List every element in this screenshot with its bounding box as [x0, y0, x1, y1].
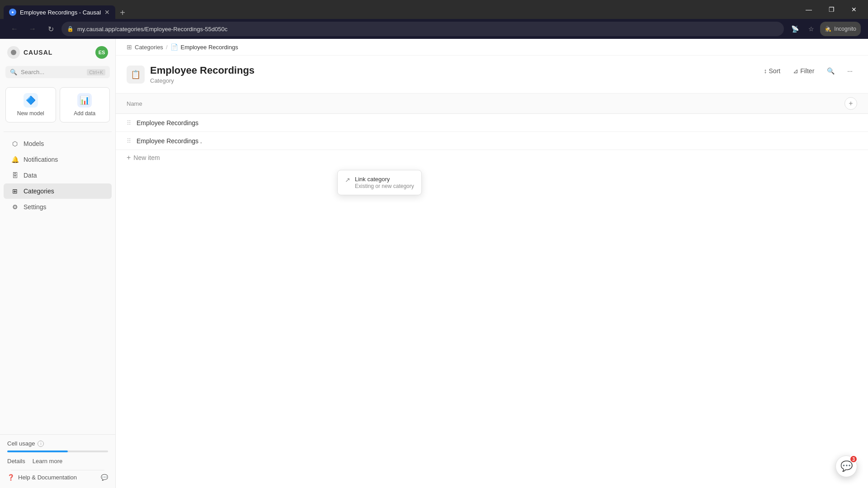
- app-layout: CAUSAL ES 🔍 Search... Ctrl+K 🔷 New model…: [0, 39, 868, 488]
- filter-button[interactable]: ⊿ Filter: [788, 65, 819, 77]
- quick-actions: 🔷 New model 📊 Add data: [0, 84, 115, 130]
- category-title-area: 📋 Employee Recordings Category: [127, 65, 255, 84]
- category-type: Category: [150, 77, 255, 84]
- categories-icon: ⊞: [11, 187, 19, 195]
- header-actions: ↕ Sort ⊿ Filter 🔍 ···: [760, 65, 857, 77]
- sidebar-header: CAUSAL ES: [0, 39, 115, 66]
- notifications-label: Notifications: [24, 156, 58, 163]
- new-model-icon: 🔷: [24, 93, 38, 108]
- breadcrumb-separator: /: [166, 44, 168, 51]
- new-tab-button[interactable]: +: [116, 6, 129, 19]
- progress-bar: [7, 450, 108, 452]
- restore-button[interactable]: ❐: [821, 3, 842, 16]
- new-model-button[interactable]: 🔷 New model: [5, 87, 56, 122]
- sidebar: CAUSAL ES 🔍 Search... Ctrl+K 🔷 New model…: [0, 39, 116, 488]
- link-category-icon: ↗: [345, 176, 350, 183]
- data-icon: 🗄: [11, 171, 19, 179]
- categories-label: Categories: [24, 188, 54, 195]
- search-shortcut: Ctrl+K: [87, 69, 105, 75]
- help-label: Help & Documentation: [18, 474, 77, 481]
- filter-icon: ⊿: [793, 67, 798, 75]
- learn-more-link[interactable]: Learn more: [33, 458, 62, 465]
- sidebar-item-models[interactable]: ⬡ Models: [4, 136, 112, 151]
- back-button[interactable]: ←: [7, 22, 22, 36]
- sidebar-item-data[interactable]: 🗄 Data: [4, 168, 112, 183]
- sort-icon: ↕: [764, 67, 767, 75]
- breadcrumb-current: 📄 Employee Recordings: [170, 43, 238, 51]
- usage-links: Details Learn more: [7, 458, 108, 465]
- add-column-button[interactable]: +: [844, 97, 857, 110]
- help-icon: ❓: [7, 474, 14, 481]
- filter-label: Filter: [800, 67, 814, 75]
- new-model-label: New model: [17, 110, 44, 117]
- cast-button[interactable]: 📡: [788, 22, 802, 36]
- sidebar-item-notifications[interactable]: 🔔 Notifications: [4, 152, 112, 167]
- row-text: Employee Recordings .: [137, 137, 202, 145]
- cell-usage-label: Cell usage i: [7, 440, 108, 447]
- search-placeholder: Search...: [21, 69, 44, 75]
- search-icon: 🔍: [10, 69, 17, 75]
- table-area: Name + ⠿ Employee Recordings ⠿ Employee …: [116, 94, 868, 488]
- link-category-item[interactable]: ↗ Link category Existing or new category: [340, 172, 420, 193]
- avatar[interactable]: ES: [95, 46, 108, 59]
- table-row[interactable]: ⠿ Employee Recordings: [116, 114, 868, 132]
- logo-icon: [7, 46, 20, 59]
- bookmark-button[interactable]: ☆: [804, 22, 818, 36]
- search-header-button[interactable]: 🔍: [822, 65, 839, 77]
- nav-section: ⬡ Models 🔔 Notifications 🗄 Data ⊞ Catego…: [0, 134, 115, 434]
- url-bar[interactable]: 🔒 my.causal.app/categories/Employee-Reco…: [61, 22, 784, 36]
- breadcrumb-grid-icon: ⊞: [127, 43, 132, 51]
- drag-handle-icon: ⠿: [127, 137, 131, 145]
- drag-handle-icon: ⠿: [127, 119, 131, 127]
- url-text: my.causal.app/categories/Employee-Record…: [77, 26, 227, 33]
- models-icon: ⬡: [11, 140, 19, 148]
- close-window-button[interactable]: ✕: [844, 3, 864, 16]
- incognito-label: Incognito: [834, 26, 856, 32]
- details-link[interactable]: Details: [7, 458, 25, 465]
- browser-chrome: ● Employee Recordings - Causal ✕ + — ❐ ✕: [0, 0, 868, 19]
- category-info: Employee Recordings Category: [150, 65, 255, 84]
- category-name: Employee Recordings: [150, 65, 255, 76]
- sidebar-divider: [4, 131, 112, 132]
- address-bar: ← → ↻ 🔒 my.causal.app/categories/Employe…: [0, 19, 868, 39]
- search-bar[interactable]: 🔍 Search... Ctrl+K: [5, 66, 110, 78]
- main-content: ⊞ Categories / 📄 Employee Recordings 📋 E…: [116, 39, 868, 488]
- add-data-label: Add data: [74, 110, 95, 117]
- tab-title: Employee Recordings - Causal: [20, 9, 101, 16]
- sidebar-item-settings[interactable]: ⚙ Settings: [4, 199, 112, 215]
- notifications-icon: 🔔: [11, 155, 19, 164]
- active-tab[interactable]: ● Employee Recordings - Causal ✕: [4, 5, 115, 19]
- sort-label: Sort: [769, 67, 781, 75]
- breadcrumb-current-label: Employee Recordings: [181, 44, 238, 51]
- column-actions: +: [844, 97, 857, 110]
- help-chat-icon: 💬: [101, 474, 108, 481]
- info-icon[interactable]: i: [38, 441, 44, 447]
- sort-button[interactable]: ↕ Sort: [760, 65, 785, 77]
- dropdown-item-text: Link category Existing or new category: [355, 176, 414, 189]
- refresh-button[interactable]: ↻: [43, 22, 58, 36]
- tab-bar: ● Employee Recordings - Causal ✕ +: [4, 0, 129, 19]
- logo-text: CAUSAL: [24, 49, 52, 56]
- new-item-button[interactable]: + New item: [116, 150, 868, 165]
- tab-favicon: ●: [9, 9, 16, 16]
- address-actions: 📡 ☆ 🕵 Incognito: [788, 22, 861, 36]
- window-controls: — ❐ ✕: [798, 3, 864, 16]
- add-data-button[interactable]: 📊 Add data: [60, 87, 110, 122]
- more-options-button[interactable]: ···: [843, 65, 857, 77]
- settings-label: Settings: [24, 203, 47, 211]
- table-row[interactable]: ⠿ Employee Recordings .: [116, 132, 868, 150]
- link-category-desc: Existing or new category: [355, 183, 414, 189]
- new-item-plus-icon: +: [127, 154, 131, 162]
- tab-close-button[interactable]: ✕: [104, 9, 110, 16]
- incognito-icon: 🕵: [825, 26, 831, 32]
- breadcrumb-categories-link[interactable]: Categories: [135, 44, 163, 51]
- new-item-label: New item: [133, 154, 160, 161]
- category-header: 📋 Employee Recordings Category ↕ Sort ⊿ …: [116, 56, 868, 94]
- row-text: Employee Recordings: [137, 119, 198, 127]
- breadcrumb: ⊞ Categories / 📄 Employee Recordings: [116, 39, 868, 56]
- forward-button[interactable]: →: [25, 22, 40, 36]
- help-link[interactable]: ❓ Help & Documentation 💬: [7, 472, 108, 483]
- sidebar-item-categories[interactable]: ⊞ Categories: [4, 183, 112, 199]
- minimize-button[interactable]: —: [798, 3, 819, 16]
- chat-fab-button[interactable]: 💬 3: [835, 455, 857, 477]
